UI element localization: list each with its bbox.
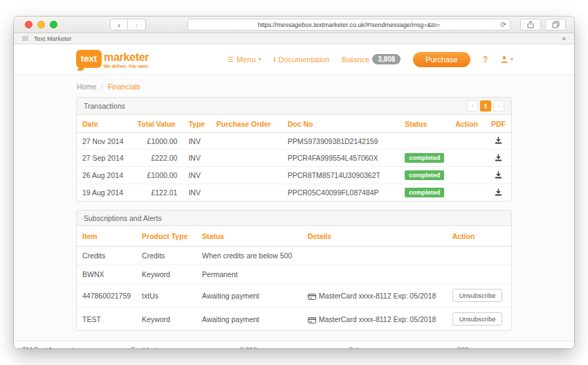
cell-status: Permanent <box>196 265 302 284</box>
table-row: 27 Sep 2014 £222.00 INV PPCR4FA999554L45… <box>77 150 511 167</box>
cell-status: Awaiting payment <box>196 284 302 308</box>
logo-bubble: text <box>76 50 102 68</box>
cell-total-value: £1000.00 <box>132 133 183 150</box>
cell-action <box>450 133 486 150</box>
back-button[interactable]: ‹ <box>110 19 128 30</box>
transactions-title: Transactions <box>84 102 125 110</box>
cell-total-value: £122.01 <box>132 184 183 202</box>
documentation-link[interactable]: i Documentation <box>274 55 330 64</box>
menu-label: Menu <box>237 55 256 64</box>
transactions-table: Date Total Value Type Purchase Order Doc… <box>77 115 511 201</box>
col-status: Status <box>399 115 450 133</box>
cell-product-type: Credits <box>136 247 196 265</box>
transactions-panel-header: Transactions ‹ 1 › <box>77 98 511 115</box>
status-badge: completed <box>405 188 444 197</box>
cell-action <box>447 265 511 284</box>
zoom-window-button[interactable] <box>50 21 57 28</box>
cell-product-type: Keyword <box>136 265 196 284</box>
page-1-button[interactable]: 1 <box>480 100 491 112</box>
credits-remaining-value: 3,818 <box>239 346 348 348</box>
download-pdf-icon[interactable] <box>495 188 502 197</box>
chevron-down-icon: ▾ <box>511 56 513 62</box>
credit-card-icon <box>308 317 316 323</box>
cell-purchase-order <box>211 150 282 167</box>
col-doc-no: Doc No <box>282 115 399 133</box>
reload-icon[interactable]: ⟳ <box>501 21 506 28</box>
payment-details: MasterCard xxxx-8112 Exp: 05/2018 <box>319 315 437 323</box>
cell-total-value: £222.00 <box>132 150 183 167</box>
col-total-value: Total Value <box>132 115 183 133</box>
window-controls <box>25 21 57 28</box>
cell-purchase-order <box>211 167 282 184</box>
subscriptions-header-row: Item Product Type Status Details Action <box>77 226 511 247</box>
table-row: 26 Aug 2014 £1000.00 INV PPCR8TM85714U30… <box>77 167 511 184</box>
logo-word: marketer <box>104 52 149 63</box>
col-date: Date <box>77 115 132 133</box>
status-badge: completed <box>405 153 444 163</box>
cell-item: 447860021759 <box>77 284 136 308</box>
list-item: TEST Keyword Awaiting payment MasterCard… <box>77 308 511 331</box>
download-pdf-icon[interactable] <box>495 154 502 163</box>
close-window-button[interactable] <box>25 21 33 28</box>
menu-dropdown[interactable]: ☰ Menu ▾ <box>228 55 261 64</box>
footer-company: TM Test Account Company <box>22 346 131 348</box>
cell-action <box>450 167 486 184</box>
unsubscribe-button[interactable]: Unsubscribe <box>452 312 503 326</box>
table-row: 19 Aug 2014 £122.01 INV PPCR05C40099FL08… <box>77 184 511 202</box>
cell-type: INV <box>183 184 210 202</box>
cell-date: 26 Aug 2014 <box>77 167 132 184</box>
page-content: text marketer We deliver. You save. ☰ Me… <box>14 44 574 348</box>
cell-purchase-order <box>211 184 282 202</box>
sender-id-value: Sales <box>349 346 457 348</box>
cell-date: 19 Aug 2014 <box>77 184 132 202</box>
subscriptions-panel-header: Subscriptions and Alerts <box>77 211 511 226</box>
col-details: Details <box>302 226 447 247</box>
cell-action <box>450 150 486 167</box>
bookmarks-bar: Text Marketer » <box>14 33 574 44</box>
tabs-icon <box>552 21 560 28</box>
transactions-pagination: ‹ 1 › <box>467 100 504 112</box>
minimize-window-button[interactable] <box>37 21 45 28</box>
breadcrumb-home[interactable]: Home <box>77 82 96 91</box>
footer-sender-id: Sales Sender ID <box>349 346 457 348</box>
share-button[interactable] <box>520 19 541 30</box>
account-dropdown[interactable]: ▾ <box>500 55 513 64</box>
cell-doc-no: PPMS973909381D2142159 <box>282 133 399 150</box>
cell-purchase-order <box>211 133 282 150</box>
cell-details <box>302 247 447 265</box>
cell-date: 27 Nov 2014 <box>77 133 132 150</box>
cell-details: MasterCard xxxx-8112 Exp: 05/2018 <box>302 308 447 331</box>
tabs-button[interactable] <box>545 19 566 30</box>
transactions-panel: Transactions ‹ 1 › Date <box>76 97 512 202</box>
browser-toolbar: ‹ › ⟳ <box>14 17 574 33</box>
cell-doc-no: PPCR8TM85714U3090362T <box>282 167 399 184</box>
account-number-value: 902 <box>457 346 566 348</box>
company-value: TM Test Account <box>22 346 131 348</box>
cell-type: INV <box>183 133 210 150</box>
unsubscribe-button[interactable]: Unsubscribe <box>452 289 503 302</box>
cell-total-value: £1000.00 <box>132 167 183 184</box>
next-page-button[interactable]: › <box>493 100 504 112</box>
cell-item: Credits <box>77 247 136 265</box>
subscriptions-table: Item Product Type Status Details Action … <box>77 226 511 330</box>
download-pdf-icon[interactable] <box>495 171 502 180</box>
textmarketer-logo[interactable]: text marketer We deliver. You save. <box>76 50 149 69</box>
download-pdf-icon[interactable] <box>495 136 502 145</box>
cell-type: INV <box>183 150 210 167</box>
cell-type: INV <box>183 167 210 184</box>
bookmark-text-marketer[interactable]: Text Marketer <box>22 35 72 42</box>
col-action: Action <box>447 226 511 247</box>
bookmarks-overflow-button[interactable]: » <box>562 35 566 42</box>
history-nav: ‹ › <box>110 19 146 30</box>
payment-details: MasterCard xxxx-8112 Exp: 05/2018 <box>319 292 437 300</box>
balance-indicator: Balance 3,808 <box>342 54 401 64</box>
col-item: Item <box>77 226 136 247</box>
user-icon <box>500 55 508 64</box>
prev-page-button[interactable]: ‹ <box>467 100 478 112</box>
cell-doc-no: PPCR05C40099FL087484P <box>282 184 399 202</box>
url-input[interactable] <box>188 21 510 28</box>
help-button[interactable]: ? <box>483 55 488 64</box>
forward-button[interactable]: › <box>128 19 146 30</box>
purchase-button[interactable]: Purchase <box>413 52 470 67</box>
list-item: Credits Credits When credits are below 5… <box>77 247 511 265</box>
